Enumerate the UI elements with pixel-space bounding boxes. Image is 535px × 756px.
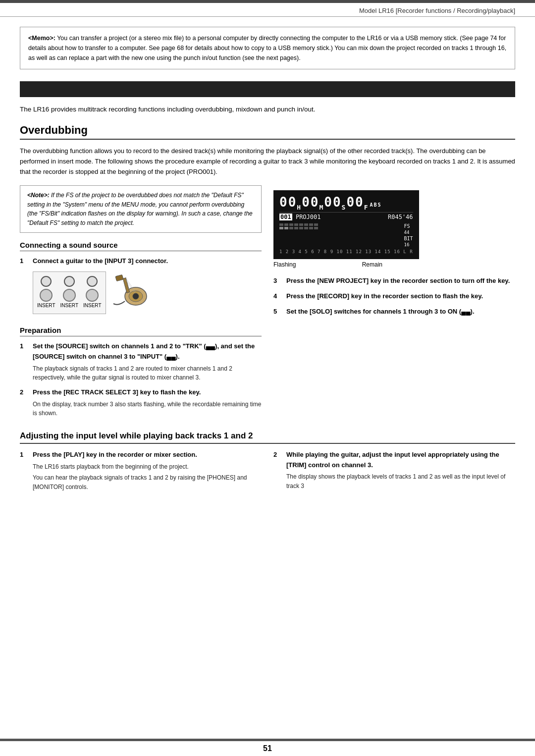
right-steps: 3 Press the [NEW PROJECT] key in the rec… [273,276,515,317]
display-captions: Flashing Remain [273,261,382,268]
note-text: If the FS of the project to be overdubbe… [27,192,253,226]
prep-step2-sub: On the display, track number 3 also star… [33,400,262,418]
m8 [314,223,318,226]
m4 [294,223,298,226]
meter-row-2 [279,227,401,229]
bit-label: BIT [404,236,413,241]
m6 [304,223,308,226]
page-number: 51 [263,744,272,753]
page-header: Model LR16 [Recorder functions / Recordi… [0,3,535,17]
adjusting-section: Adjusting the input level while playing … [20,431,515,497]
track-numbers: 1 2 3 4 5 6 7 8 9 10 11 12 13 14 15 16 L… [279,249,413,254]
jack-circle-2 [64,276,75,287]
knob-3 [86,289,99,302]
step4-num: 4 [273,291,282,302]
adjusting-left: 1 Press the [PLAY] key in the recorder o… [20,450,262,497]
time-text: 00H00M00S00F [279,195,369,211]
prep-step2-content: Press the [REC TRACK SELECT 3] key to fl… [33,387,262,418]
time-display: 00H00M00S00F ABS [279,195,413,211]
adj-step2-content: While playing the guitar, adjust the inp… [286,450,515,491]
step4-content: Press the [RECORD] key in the recorder s… [286,291,515,302]
m8 [314,227,318,229]
display-outer: 00H00M00S00F ABS 001 PROJ001 R045'46 [273,190,515,268]
adj-step2-bold: While playing the guitar, adjust the inp… [286,451,499,469]
adjusting-right: 2 While playing the guitar, adjust the i… [273,450,515,497]
bottom-bar-area: 51 [0,739,535,756]
knob-2 [63,289,76,302]
connecting-step1: 1 Connect a guitar to the [INPUT 3] conn… [20,256,262,321]
bit-num: 44 [404,230,413,235]
prep-step1-num: 1 [20,341,29,382]
bit-val: 16 [404,242,413,247]
lcd-display: 00H00M00S00F ABS 001 PROJ001 R045'46 [273,190,419,259]
step5-bold: Set the [SOLO] switches for channels 1 t… [286,308,475,315]
fs-bit-labels: FS 44 BIT 16 [404,223,413,247]
bottom-bar: 51 [0,739,535,756]
note-label: <Note>: [27,192,50,199]
abs-label: ABS [370,202,382,208]
proj-001: 001 [279,214,292,220]
adj-step2-num: 2 [273,450,282,491]
prep-step2: 2 Press the [REC TRACK SELECT 3] key to … [20,387,262,418]
prep-step1: 1 Set the [SOURCE] switch on channels 1 … [20,341,262,382]
overdubbing-body: The overdubbing function allows you to r… [20,146,515,177]
jack-circle-1 [41,276,52,287]
prep-step2-bold: Press the [REC TRACK SELECT 3] key to fl… [33,388,201,396]
adj-step1-bold: Press the [PLAY] key in the recorder or … [33,451,197,458]
input-jacks: INSERT INSERT [37,276,102,310]
prep-step1-sub: The playback signals of tracks 1 and 2 a… [33,364,262,382]
input-device-box: INSERT INSERT [33,271,106,314]
device-image-area: INSERT INSERT [33,271,262,314]
adj-step1-num: 1 [20,450,29,492]
level-meters [279,223,401,230]
section-black-bar [20,81,515,97]
intro-text: The LR16 provides multitrack recording f… [20,104,515,115]
project-line: 001 PROJ001 R045'46 [279,212,413,220]
m4 [294,227,298,229]
m1 [279,223,283,226]
step5-content: Set the [SOLO] switches for channels 1 t… [286,307,515,317]
adj-step2-sub: The display shows the playback levels of… [286,472,515,490]
meter-row-1 [279,223,401,226]
flashing-label: Flashing [273,261,296,268]
left-column: <Note>: If the FS of the project to be o… [20,185,262,423]
step3: 3 Press the [NEW PROJECT] key in the rec… [273,276,515,286]
memo-box: <Memo>: You can transfer a project (or a… [20,27,515,69]
insert-label-1: INSERT [37,302,55,310]
jack1: INSERT [37,276,55,310]
fs-label: FS [404,223,413,229]
step3-num: 3 [273,276,282,286]
jack-row-top: INSERT INSERT [37,276,102,310]
remain-label: Remain [362,261,382,268]
knob-1 [40,289,53,302]
step-num: 1 [20,256,29,321]
step3-bold: Press the [NEW PROJECT] key in the recor… [286,277,510,284]
prep-step2-num: 2 [20,387,29,418]
step5-num: 5 [273,307,282,317]
memo-text: You can transfer a project (or a stereo … [28,35,506,61]
insert-label-2: INSERT [60,302,79,310]
jack-circle-3 [87,276,98,287]
svg-rect-3 [123,277,130,293]
m3 [289,227,293,229]
main-content: <Memo>: You can transfer a project (or a… [0,17,535,524]
header-title: Model LR16 [Recorder functions / Recordi… [359,7,515,14]
m2 [284,227,288,229]
proj-text: 001 PROJ001 [279,214,321,220]
adj-step1-sub2: You can hear the playback signals of tra… [33,473,262,491]
note-box: <Note>: If the FS of the project to be o… [20,185,262,233]
adjusting-heading: Adjusting the input level while playing … [20,431,515,444]
adj-step1-sub1: The LR16 starts playback from the beginn… [33,462,262,472]
guitar-svg [111,274,151,309]
m7 [309,223,313,226]
svg-rect-4 [115,274,123,281]
guitar-image [111,274,151,312]
insert-label-3: INSERT [83,302,102,310]
prep-step1-content: Set the [SOURCE] switch on channels 1 an… [33,341,262,382]
m3 [289,223,293,226]
jack3: INSERT [83,276,102,310]
step4-bold: Press the [RECORD] key in the recorder s… [286,292,483,300]
jack2: INSERT [60,276,79,310]
adj-step2: 2 While playing the guitar, adjust the i… [273,450,515,491]
m6 [304,227,308,229]
